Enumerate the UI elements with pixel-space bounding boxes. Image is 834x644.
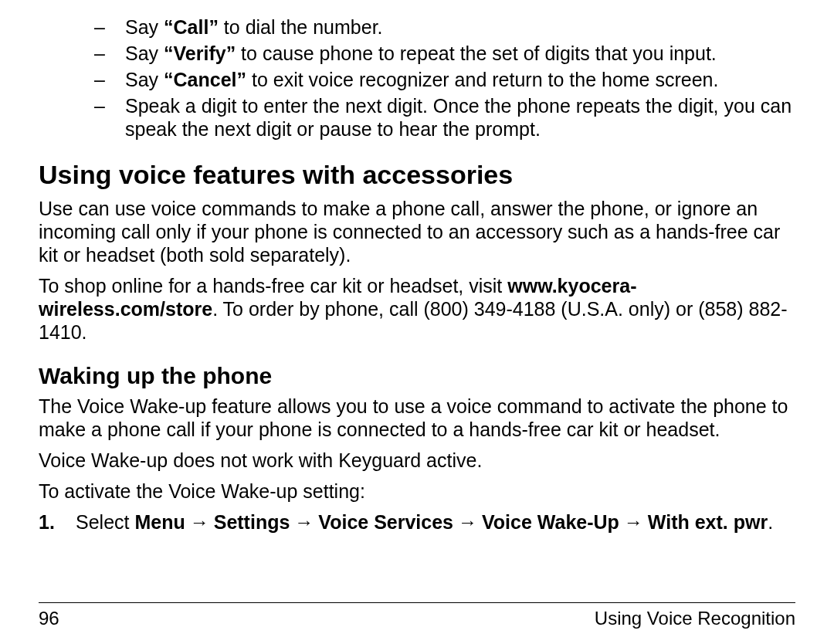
list-item: Say “Cancel” to exit voice recognizer an… bbox=[39, 68, 795, 91]
page-footer: 96 Using Voice Recognition bbox=[39, 602, 795, 630]
paragraph: Use can use voice commands to make a pho… bbox=[39, 197, 795, 266]
bullet-list: Say “Call” to dial the number. Say “Veri… bbox=[39, 15, 795, 141]
arrow-icon: → bbox=[185, 510, 214, 534]
text: Select bbox=[76, 511, 134, 533]
menu-path-item: Voice Services bbox=[318, 511, 453, 533]
list-item: Speak a digit to enter the next digit. O… bbox=[39, 94, 795, 141]
heading-waking: Waking up the phone bbox=[39, 362, 795, 390]
text: Say bbox=[125, 42, 164, 64]
text: Say bbox=[125, 16, 164, 38]
text: To shop online for a hands-free car kit … bbox=[39, 275, 507, 297]
page-number: 96 bbox=[39, 608, 59, 630]
step-number: 1. bbox=[39, 510, 55, 534]
list-item: Say “Call” to dial the number. bbox=[39, 15, 795, 39]
menu-path-item: Menu bbox=[134, 511, 185, 533]
step-1: 1. Select Menu→Settings→Voice Services→V… bbox=[39, 510, 795, 534]
paragraph: The Voice Wake-up feature allows you to … bbox=[39, 395, 795, 441]
bold-text: “Verify” bbox=[164, 42, 236, 64]
menu-path-item: With ext. pwr bbox=[648, 511, 768, 533]
text: to cause phone to repeat the set of digi… bbox=[236, 42, 717, 64]
list-item: Say “Verify” to cause phone to repeat th… bbox=[39, 42, 795, 65]
bold-text: “Call” bbox=[164, 16, 219, 38]
menu-path-item: Voice Wake-Up bbox=[482, 511, 619, 533]
section-title: Using Voice Recognition bbox=[595, 608, 795, 630]
arrow-icon: → bbox=[453, 510, 482, 534]
paragraph: Voice Wake-up does not work with Keyguar… bbox=[39, 449, 795, 472]
menu-path-item: Settings bbox=[214, 511, 290, 533]
text: Speak a digit to enter the next digit. O… bbox=[125, 95, 792, 140]
bold-text: “Cancel” bbox=[164, 69, 246, 90]
text: to dial the number. bbox=[219, 16, 383, 38]
text: . bbox=[768, 511, 773, 533]
arrow-icon: → bbox=[619, 510, 648, 534]
paragraph: To shop online for a hands-free car kit … bbox=[39, 274, 795, 344]
heading-accessories: Using voice features with accessories bbox=[39, 159, 795, 191]
text: Say bbox=[125, 69, 164, 90]
arrow-icon: → bbox=[290, 510, 318, 534]
paragraph: To activate the Voice Wake-up setting: bbox=[39, 480, 795, 503]
text: to exit voice recognizer and return to t… bbox=[246, 69, 718, 90]
